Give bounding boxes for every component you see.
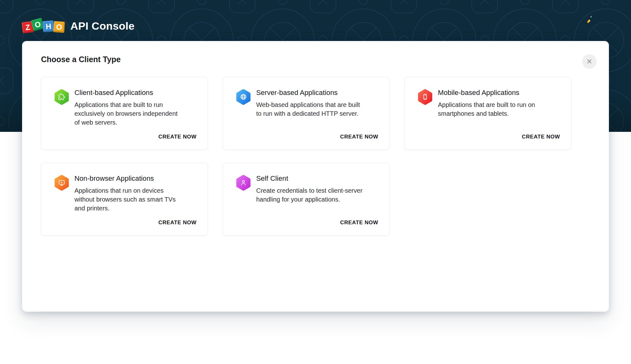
create-now-link[interactable]: CREATE NOW xyxy=(340,134,378,140)
puzzle-icon xyxy=(54,89,69,105)
zoho-logo-letter-h: H xyxy=(43,20,54,32)
globe-icon xyxy=(236,89,251,105)
zoho-logo-letter-o2: O xyxy=(53,21,65,32)
card-title: Self Client xyxy=(256,174,377,183)
smartphone-icon xyxy=(418,89,433,105)
create-now-link[interactable]: CREATE NOW xyxy=(158,220,197,226)
create-now-link[interactable]: CREATE NOW xyxy=(158,134,197,140)
create-now-link[interactable]: CREATE NOW xyxy=(340,220,378,226)
card-non-browser-applications[interactable]: Non-browser Applications Applications th… xyxy=(41,163,208,236)
create-now-link[interactable]: CREATE NOW xyxy=(522,134,560,140)
card-self-client[interactable]: Self Client Create credentials to test c… xyxy=(223,163,390,236)
close-icon[interactable]: ✕ xyxy=(582,54,597,69)
card-description: Applications that are built to run on sm… xyxy=(438,100,546,118)
choose-client-type-dialog: Choose a Client Type ✕ Client-based Appl… xyxy=(22,41,609,312)
card-description: Applications that are built to run exclu… xyxy=(74,100,182,127)
card-description: Applications that run on devices without… xyxy=(74,186,182,213)
card-mobile-based-applications[interactable]: Mobile-based Applications Applications t… xyxy=(404,77,571,150)
card-title: Server-based Applications xyxy=(256,89,377,97)
card-title: Mobile-based Applications xyxy=(438,89,558,97)
card-server-based-applications[interactable]: Server-based Applications Web-based appl… xyxy=(223,77,390,150)
zoho-logo: Z O H O xyxy=(22,18,65,33)
card-description: Web-based applications that are built to… xyxy=(256,100,364,118)
person-icon xyxy=(236,174,251,191)
card-title: Non-browser Applications xyxy=(74,174,195,183)
brand: Z O H O API Console xyxy=(22,18,135,33)
card-description: Create credentials to test client-server… xyxy=(256,186,364,204)
dialog-title: Choose a Client Type xyxy=(41,41,590,64)
tv-icon xyxy=(54,174,69,191)
card-client-based-applications[interactable]: Client-based Applications Applications t… xyxy=(41,77,208,150)
card-title: Client-based Applications xyxy=(74,89,195,97)
zoho-logo-letter-o1: O xyxy=(31,18,44,31)
app-title: API Console xyxy=(70,20,135,32)
client-type-grid: Client-based Applications Applications t… xyxy=(41,77,590,236)
